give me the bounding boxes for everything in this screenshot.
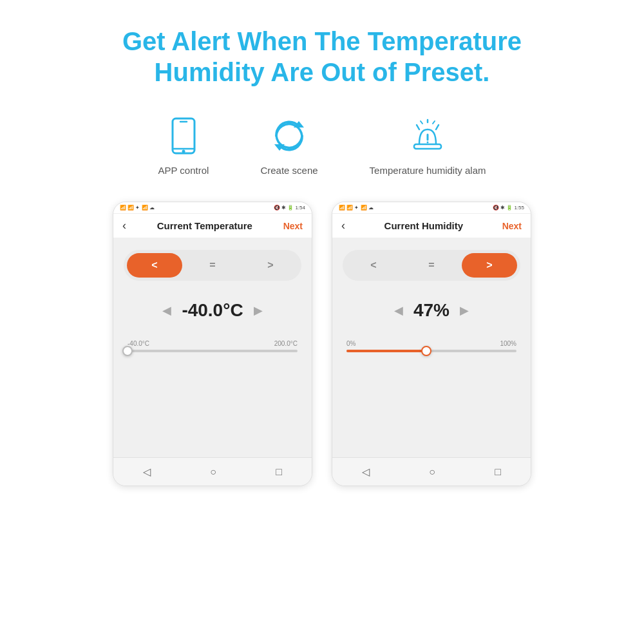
svg-line-7 xyxy=(417,125,419,129)
nav-recent-temp[interactable]: □ xyxy=(276,466,282,478)
comp-btn-equal-temp[interactable]: = xyxy=(185,253,240,278)
page-wrapper: Get Alert When The Temperature Humidity … xyxy=(0,0,644,644)
svg-point-2 xyxy=(182,150,185,153)
comp-btn-greater-temp[interactable]: > xyxy=(243,253,298,278)
nav-back-hum[interactable]: ◁ xyxy=(362,466,370,478)
phone-humidity: 📶 📶 ✦ 📶 ☁ 🔇 ✱ 🔋 1:55 ‹ Current Humidity … xyxy=(332,202,531,486)
slider-thumb-hum[interactable] xyxy=(421,346,431,356)
svg-line-13 xyxy=(433,121,435,124)
phones-row: 📶 📶 ✦ 📶 ☁ 🔇 ✱ 🔋 1:54 ‹ Current Temperatu… xyxy=(113,202,531,486)
feature-app-control: APP control xyxy=(158,113,209,176)
comp-btn-equal-hum[interactable]: = xyxy=(404,253,459,278)
nav-back-temp[interactable]: ◁ xyxy=(143,466,151,478)
feature-create-scene: Create scene xyxy=(260,113,317,176)
nav-home-temp[interactable]: ○ xyxy=(210,466,216,478)
slider-track-hum[interactable] xyxy=(346,350,516,352)
nav-home-hum[interactable]: ○ xyxy=(429,466,435,478)
svg-rect-6 xyxy=(414,144,441,149)
phone-content-hum: < = > ◀ 47% ▶ 0% 100% xyxy=(332,238,531,457)
slider-track-temp[interactable] xyxy=(128,350,298,352)
comparison-buttons-hum: < = > xyxy=(343,250,520,281)
comp-btn-less-temp[interactable]: < xyxy=(127,253,182,278)
back-button-temp[interactable]: ‹ xyxy=(122,219,126,232)
phone-nav-hum: ◁ ○ □ xyxy=(332,457,531,486)
back-button-hum[interactable]: ‹ xyxy=(341,219,345,232)
phone-content-temp: < = > ◀ -40.0°C ▶ -40.0°C 200.0°C xyxy=(113,238,312,457)
phone-temperature: 📶 📶 ✦ 📶 ☁ 🔇 ✱ 🔋 1:54 ‹ Current Temperatu… xyxy=(113,202,312,486)
arrow-left-hum[interactable]: ◀ xyxy=(394,303,403,317)
slider-thumb-temp[interactable] xyxy=(122,346,133,356)
alarm-icon xyxy=(405,113,450,158)
svg-point-10 xyxy=(427,142,429,144)
header-title-hum: Current Humidity xyxy=(384,220,464,231)
slider-temp: -40.0°C 200.0°C xyxy=(124,340,301,352)
slider-labels-temp: -40.0°C 200.0°C xyxy=(128,340,298,347)
arrow-right-hum[interactable]: ▶ xyxy=(460,303,469,317)
comparison-buttons-temp: < = > xyxy=(124,250,301,281)
header-title-temp: Current Temperature xyxy=(157,220,252,231)
main-title: Get Alert When The Temperature Humidity … xyxy=(122,26,522,88)
next-button-hum[interactable]: Next xyxy=(502,221,522,231)
arrow-right-temp[interactable]: ▶ xyxy=(254,303,263,317)
next-button-temp[interactable]: Next xyxy=(283,221,303,231)
slider-fill-hum xyxy=(346,350,426,352)
arrow-left-temp[interactable]: ◀ xyxy=(162,303,171,317)
feature-app-control-label: APP control xyxy=(158,165,209,176)
humidity-value: 47% xyxy=(413,300,450,321)
phone-nav-temp: ◁ ○ □ xyxy=(113,457,312,486)
temperature-value: -40.0°C xyxy=(182,300,243,321)
sync-icon xyxy=(267,113,312,158)
feature-alarm-label: Temperature humidity alam xyxy=(370,165,486,176)
svg-line-12 xyxy=(421,121,422,124)
svg-line-8 xyxy=(436,125,439,129)
feature-alarm: Temperature humidity alam xyxy=(370,113,486,176)
feature-create-scene-label: Create scene xyxy=(260,165,317,176)
value-display-temp: ◀ -40.0°C ▶ xyxy=(124,300,301,321)
phone-icon xyxy=(161,113,206,158)
nav-recent-hum[interactable]: □ xyxy=(495,466,501,478)
slider-labels-hum: 0% 100% xyxy=(346,340,516,347)
slider-hum: 0% 100% xyxy=(343,340,520,352)
status-bar-right: 📶 📶 ✦ 📶 ☁ 🔇 ✱ 🔋 1:55 xyxy=(332,202,531,214)
comp-btn-greater-hum[interactable]: > xyxy=(462,253,517,278)
comp-btn-less-hum[interactable]: < xyxy=(346,253,401,278)
value-display-hum: ◀ 47% ▶ xyxy=(343,300,520,321)
phone-header-humidity: ‹ Current Humidity Next xyxy=(332,214,531,238)
features-row: APP control Create scene xyxy=(158,113,486,176)
status-bar-left: 📶 📶 ✦ 📶 ☁ 🔇 ✱ 🔋 1:54 xyxy=(113,202,312,214)
phone-header-temperature: ‹ Current Temperature Next xyxy=(113,214,312,238)
